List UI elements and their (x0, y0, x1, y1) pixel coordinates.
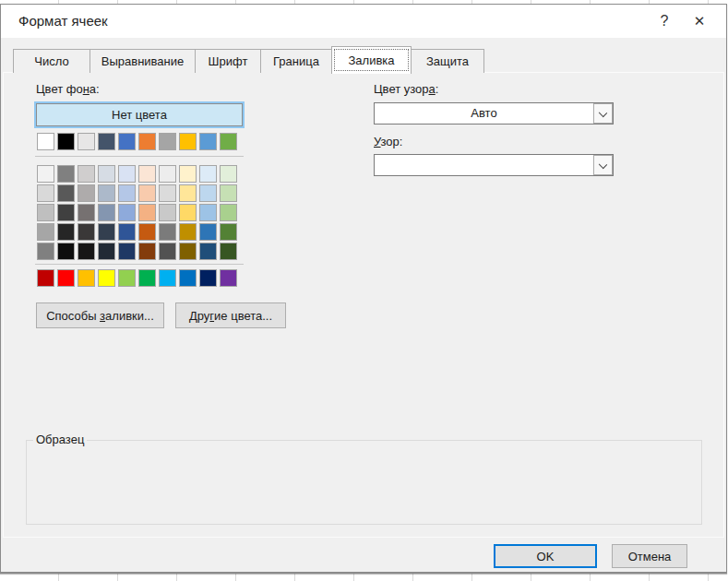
color-swatch[interactable] (179, 165, 197, 183)
color-swatch[interactable] (78, 243, 95, 260)
color-swatch[interactable] (199, 133, 217, 150)
color-swatch[interactable] (78, 184, 95, 202)
pattern-combobox[interactable] (374, 154, 614, 176)
color-swatch[interactable] (220, 184, 237, 202)
color-swatch[interactable] (57, 133, 75, 150)
no-color-button[interactable]: Нет цвета (36, 103, 243, 126)
color-swatch[interactable] (118, 204, 136, 221)
color-swatch[interactable] (57, 165, 75, 183)
color-swatch[interactable] (199, 223, 217, 241)
color-swatch[interactable] (220, 223, 237, 241)
color-swatch[interactable] (98, 243, 115, 260)
spreadsheet-background: Формат ячеек ? ✕ Число Выравнивание Шриф… (0, 0, 728, 581)
color-swatch[interactable] (78, 204, 95, 221)
background-color-label: Цвет фона: (36, 82, 100, 97)
color-swatch[interactable] (159, 269, 176, 287)
color-swatch[interactable] (57, 269, 75, 287)
color-swatch[interactable] (179, 269, 197, 287)
color-swatch[interactable] (78, 165, 95, 183)
color-swatch[interactable] (37, 243, 54, 260)
color-swatch[interactable] (159, 204, 176, 221)
color-swatch[interactable] (37, 204, 54, 221)
color-swatch[interactable] (57, 223, 75, 241)
color-swatch[interactable] (98, 133, 115, 150)
color-swatch[interactable] (199, 184, 217, 202)
color-swatch[interactable] (37, 223, 54, 241)
color-swatch[interactable] (179, 133, 197, 150)
color-swatch[interactable] (78, 133, 95, 150)
pattern-color-value: Авто (375, 103, 593, 124)
color-swatch[interactable] (159, 184, 176, 202)
color-swatch[interactable] (220, 269, 237, 287)
pattern-value (375, 155, 593, 175)
color-swatch[interactable] (220, 133, 237, 150)
more-colors-button[interactable]: Другие цвета... (175, 302, 286, 328)
color-swatch[interactable] (138, 133, 156, 150)
color-swatch[interactable] (138, 269, 156, 287)
color-swatch[interactable] (220, 165, 237, 183)
fill-effects-button[interactable]: Способы заливки... (36, 302, 164, 328)
color-swatch[interactable] (78, 269, 95, 287)
color-swatch[interactable] (159, 133, 176, 150)
color-swatch[interactable] (199, 204, 217, 221)
tab-border[interactable]: Граница (260, 49, 332, 73)
palette-standard-row (37, 269, 237, 287)
tab-fill[interactable]: Заливка (331, 46, 412, 74)
pattern-dropdown-button[interactable] (593, 155, 613, 175)
color-swatch[interactable] (98, 184, 115, 202)
color-swatch[interactable] (118, 184, 136, 202)
color-swatch[interactable] (159, 243, 176, 260)
color-swatch[interactable] (179, 243, 197, 260)
color-swatch[interactable] (179, 204, 197, 221)
color-swatch[interactable] (118, 223, 136, 241)
color-swatch[interactable] (199, 243, 217, 260)
color-swatch[interactable] (118, 165, 136, 183)
color-swatch[interactable] (220, 243, 237, 260)
palette-variant-row (37, 243, 237, 260)
tab-font[interactable]: Шрифт (195, 49, 261, 73)
tab-number[interactable]: Число (13, 49, 90, 73)
palette-theme-row (37, 133, 237, 150)
pattern-color-combobox[interactable]: Авто (374, 102, 614, 125)
palette-variant-row (37, 204, 237, 221)
color-swatch[interactable] (138, 204, 156, 221)
pattern-color-dropdown-button[interactable] (593, 103, 613, 124)
pattern-color-label: Цвет узора: (374, 82, 438, 97)
color-swatch[interactable] (159, 165, 176, 183)
tab-protection[interactable]: Защита (411, 49, 484, 73)
palette-separator (35, 156, 244, 157)
help-icon[interactable]: ? (650, 5, 678, 38)
color-swatch[interactable] (179, 223, 197, 241)
color-swatch[interactable] (138, 165, 156, 183)
color-swatch[interactable] (98, 165, 115, 183)
color-swatch[interactable] (37, 184, 54, 202)
color-swatch[interactable] (220, 204, 237, 221)
chevron-down-icon (599, 109, 607, 117)
color-swatch[interactable] (57, 243, 75, 260)
color-swatch[interactable] (98, 223, 115, 241)
color-swatch[interactable] (199, 165, 217, 183)
color-swatch[interactable] (179, 184, 197, 202)
color-swatch[interactable] (57, 204, 75, 221)
color-swatch[interactable] (138, 243, 156, 260)
color-swatch[interactable] (199, 269, 217, 287)
tab-strip: Число Выравнивание Шрифт Граница Заливка… (13, 45, 484, 73)
color-swatch[interactable] (98, 204, 115, 221)
color-swatch[interactable] (118, 133, 136, 150)
color-swatch[interactable] (98, 269, 115, 287)
color-swatch[interactable] (37, 133, 54, 150)
color-swatch[interactable] (138, 223, 156, 241)
color-swatch[interactable] (118, 269, 136, 287)
palette-separator (35, 264, 244, 265)
color-swatch[interactable] (159, 223, 176, 241)
cancel-button[interactable]: Отмена (612, 544, 687, 568)
color-swatch[interactable] (57, 184, 75, 202)
color-swatch[interactable] (78, 223, 95, 241)
tab-alignment[interactable]: Выравнивание (90, 49, 196, 73)
ok-button[interactable]: OK (494, 544, 597, 568)
color-swatch[interactable] (138, 184, 156, 202)
color-swatch[interactable] (37, 269, 54, 287)
color-swatch[interactable] (37, 165, 54, 183)
color-swatch[interactable] (118, 243, 136, 260)
close-icon[interactable]: ✕ (686, 5, 713, 38)
